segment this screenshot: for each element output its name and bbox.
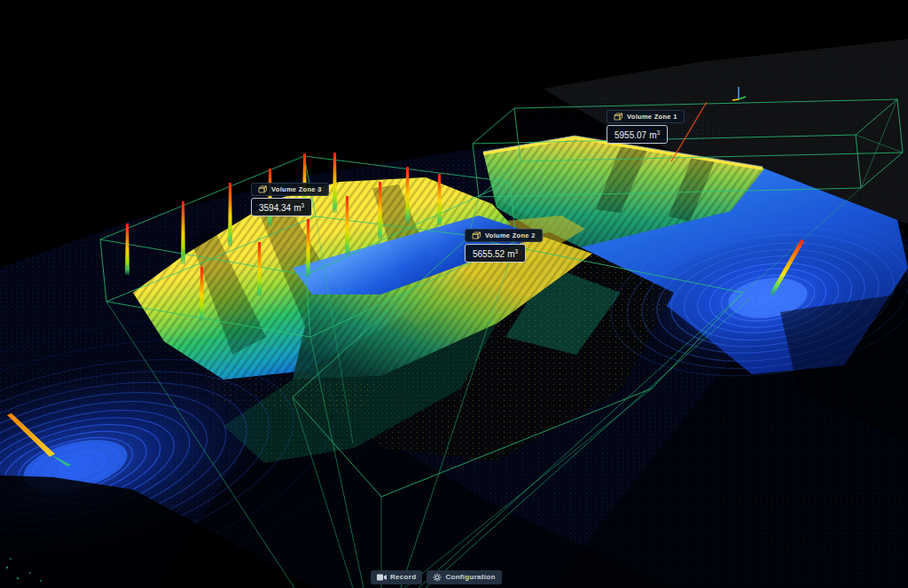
video-camera-icon bbox=[377, 574, 387, 581]
volume-zone1-value: 5955.07m3 bbox=[607, 125, 668, 144]
cube-icon bbox=[614, 113, 623, 121]
point-cloud-viewport[interactable] bbox=[0, 0, 908, 588]
volume-zone2-label[interactable]: Volume Zone 2 5655.52m3 bbox=[465, 229, 543, 263]
record-button[interactable]: Record bbox=[371, 570, 422, 584]
volume-zone3-title: Volume Zone 3 bbox=[251, 183, 329, 196]
volume-zone3-value: 3594.34m3 bbox=[251, 198, 312, 216]
cube-icon bbox=[258, 185, 268, 193]
volume-zone1-title: Volume Zone 1 bbox=[607, 110, 685, 123]
volume-zone1-label[interactable]: Volume Zone 1 5955.07m3 bbox=[607, 110, 685, 144]
volume-zone2-title: Volume Zone 2 bbox=[465, 229, 543, 242]
viewer-stage: Volume Zone 1 5955.07m3 Volume Zone 2 56… bbox=[0, 0, 908, 588]
cube-icon bbox=[472, 231, 481, 239]
gear-icon bbox=[433, 573, 442, 582]
zone-label-text: Volume Zone 3 bbox=[271, 185, 322, 193]
zone-label-text: Volume Zone 2 bbox=[485, 231, 536, 239]
volume-zone3-label[interactable]: Volume Zone 3 3594.34m3 bbox=[251, 183, 329, 216]
volume-zone2-value: 5655.52m3 bbox=[465, 244, 526, 263]
configuration-button[interactable]: Configuration bbox=[427, 570, 501, 584]
zone-label-text: Volume Zone 1 bbox=[627, 113, 677, 121]
bottom-toolbar: Record Configuration bbox=[371, 570, 502, 584]
